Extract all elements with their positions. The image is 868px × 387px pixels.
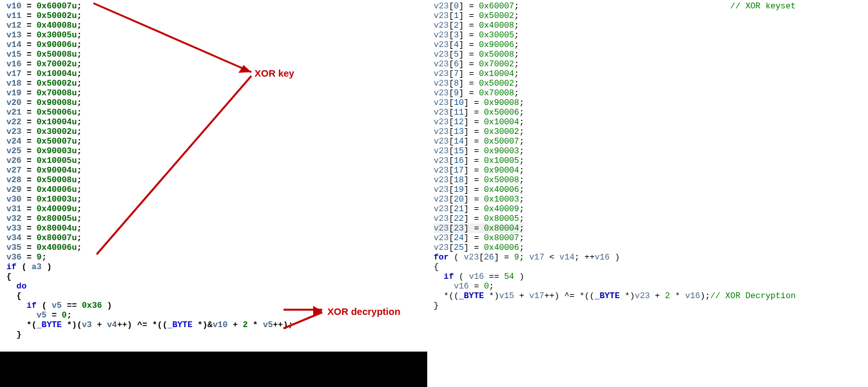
left-code-block: v10 = 0x60007u; v11 = 0x50002u; v12 = 0x… [0,0,427,341]
xor-key-label: XOR key [255,68,294,79]
xor-decrypt-label: XOR decryption [327,306,400,317]
black-redaction-box [0,352,427,387]
left-code-panel: v10 = 0x60007u; v11 = 0x50002u; v12 = 0x… [0,0,427,387]
right-code-block: v23[0] = 0x60007; // XOR keyset v23[1] =… [434,0,868,312]
right-code-panel: v23[0] = 0x60007; // XOR keyset v23[1] =… [427,0,868,387]
